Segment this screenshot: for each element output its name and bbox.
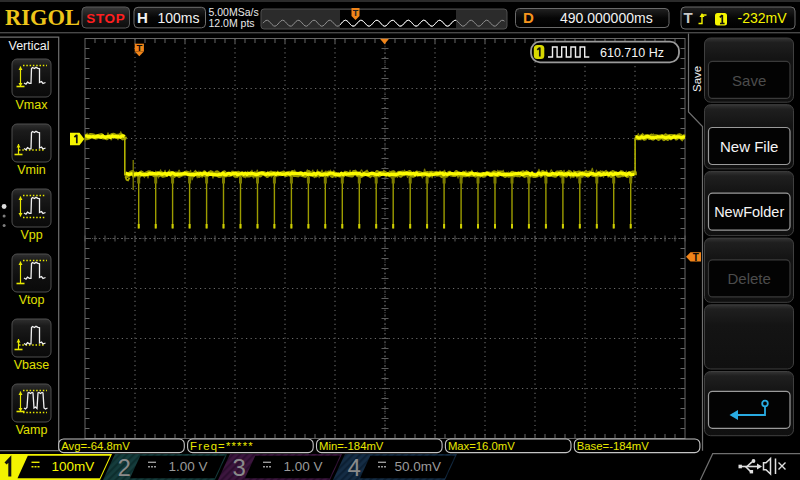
svg-text:STOP: STOP <box>86 11 125 26</box>
svg-text:Avg=-64.8mV: Avg=-64.8mV <box>61 440 130 452</box>
svg-text:New File: New File <box>720 138 778 155</box>
svg-text:Save: Save <box>691 66 703 92</box>
svg-text:T: T <box>693 252 699 263</box>
svg-text:D: D <box>523 9 534 26</box>
svg-text:3: 3 <box>233 454 246 480</box>
svg-text:T: T <box>136 42 142 53</box>
svg-text:T: T <box>353 8 359 18</box>
svg-text:50.0mV: 50.0mV <box>395 459 442 474</box>
svg-text:Vertical: Vertical <box>9 39 50 53</box>
svg-text:610.710 Hz: 610.710 Hz <box>600 46 664 60</box>
svg-text:2: 2 <box>118 454 131 480</box>
svg-text:Vamp: Vamp <box>16 423 48 437</box>
svg-text:RIGOL: RIGOL <box>5 5 80 30</box>
svg-text:100ms: 100ms <box>158 10 200 26</box>
svg-text:H: H <box>137 9 148 26</box>
svg-text:1.00 V: 1.00 V <box>169 459 208 474</box>
svg-text:490.000000ms: 490.000000ms <box>560 10 653 26</box>
svg-text:12.0M pts: 12.0M pts <box>209 17 255 29</box>
svg-text:4: 4 <box>348 454 361 480</box>
svg-text:Max=16.0mV: Max=16.0mV <box>448 440 515 452</box>
svg-text:Vmax: Vmax <box>16 98 49 112</box>
svg-text:Vpp: Vpp <box>20 228 42 242</box>
svg-text:100mV: 100mV <box>52 459 95 474</box>
svg-text:Vbase: Vbase <box>14 358 49 372</box>
svg-text:Delete: Delete <box>728 270 771 287</box>
svg-text:Save: Save <box>732 72 766 89</box>
svg-text:Vmin: Vmin <box>17 163 46 177</box>
svg-text:-232mV: -232mV <box>738 10 788 26</box>
svg-text:Vtop: Vtop <box>19 293 45 307</box>
svg-text:Base=-184mV: Base=-184mV <box>577 440 649 452</box>
svg-text:Freq=*****: Freq=***** <box>190 440 254 452</box>
svg-text:1.00 V: 1.00 V <box>284 459 323 474</box>
svg-text:NewFolder: NewFolder <box>714 204 784 220</box>
svg-text:T: T <box>684 9 693 26</box>
svg-text:Min=-184mV: Min=-184mV <box>319 440 384 452</box>
